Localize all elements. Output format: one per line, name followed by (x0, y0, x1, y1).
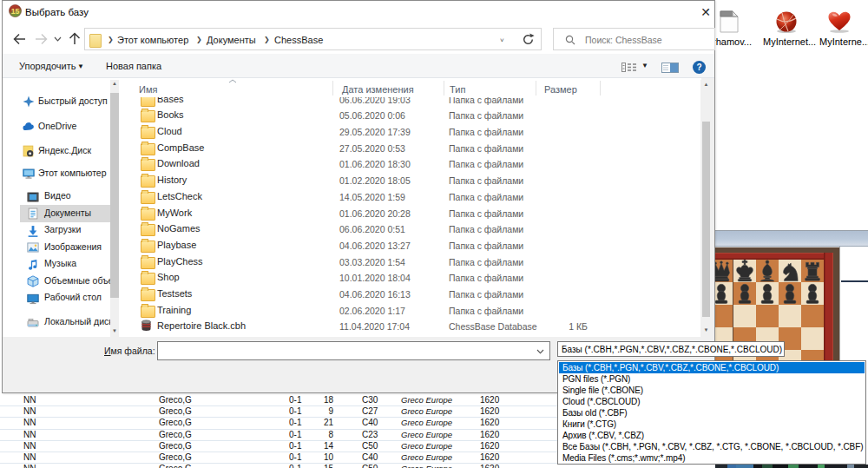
svg-text:15: 15 (11, 7, 20, 16)
